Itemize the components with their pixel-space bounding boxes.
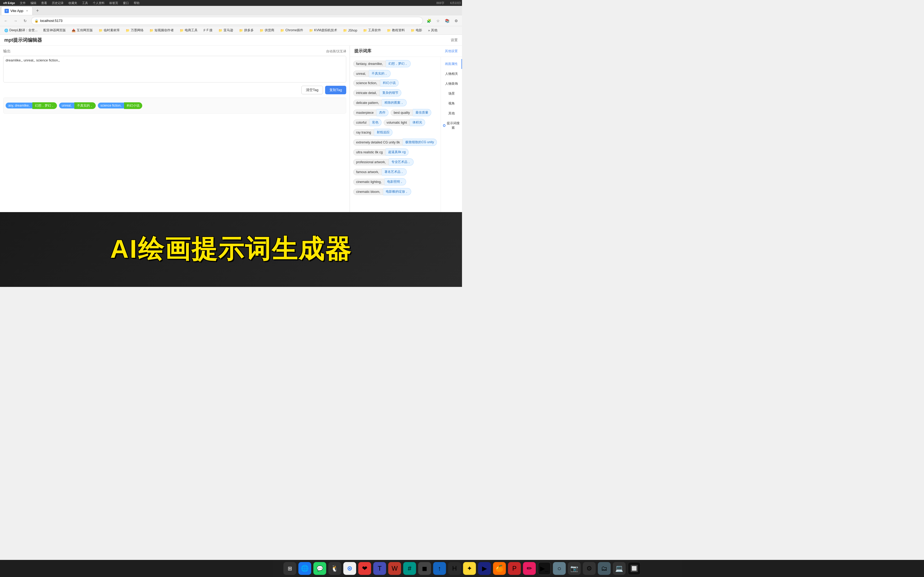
settings-icon[interactable]: ⚙ [452, 17, 460, 24]
category-picture-props[interactable]: 画面属性 [441, 59, 462, 69]
app-settings-button[interactable]: 设置 [451, 38, 458, 42]
bookmark-dubbing[interactable]: 配音神器网页版 [41, 27, 68, 33]
prompt-zh-3: 复杂的细节 [380, 89, 401, 97]
category-search[interactable]: 提示词搜索 [441, 118, 462, 133]
prompt-zh-7: 彩色 [370, 119, 381, 126]
translate-button[interactable]: 自动英/汉互译 [326, 49, 346, 54]
tag-pair-1[interactable]: unreal, 不真实的， [59, 100, 96, 111]
menu-window[interactable]: 窗口 [121, 0, 131, 6]
tag-zh-2: 科幻小说 [124, 102, 142, 109]
new-tab-button[interactable]: + [34, 7, 41, 15]
tag-zh-0: 幻想，梦幻， [32, 102, 57, 109]
prompt-en-0: fantasy, dreamlike, [353, 61, 386, 67]
bookmark-amazon[interactable]: 📁 亚马逊 [216, 27, 235, 33]
tag-pair-0[interactable]: asy, dreamlike, 幻想，梦幻， [6, 100, 57, 111]
prompt-zh-0: 幻想，梦幻， [386, 60, 411, 67]
menu-help[interactable]: 帮助 [132, 0, 142, 6]
back-button[interactable]: ← [2, 17, 10, 24]
menu-favorites[interactable]: 收藏夹 [66, 0, 79, 6]
other-settings-button[interactable]: 其他设置 [445, 49, 458, 53]
prompt-zh-6: 最佳质量 [413, 109, 431, 116]
refresh-button[interactable]: ↻ [21, 17, 29, 24]
category-character[interactable]: 人物相关 [441, 69, 462, 79]
output-textarea[interactable]: dreamlike,, unreal,, science fiction,, [3, 56, 346, 82]
bookmark-ecom[interactable]: 📁 电商工具 [178, 27, 200, 33]
tag-pair-2[interactable]: science fiction, 科幻小说 [98, 100, 142, 111]
prompt-zh-1: 不真实的， [369, 70, 391, 77]
forward-button[interactable]: → [12, 17, 19, 24]
prompt-tag-12[interactable]: professional artwork, 专业艺术品， [353, 158, 414, 166]
menu-tabs[interactable]: 标签页 [107, 0, 120, 6]
time-display: 6月22日 [450, 1, 461, 5]
favorites-icon[interactable]: ☆ [434, 17, 442, 24]
output-header: 输出 自动英/汉互译 [3, 49, 346, 54]
clear-button[interactable]: 清空Tag [301, 86, 323, 94]
output-section: 输出 自动英/汉互译 dreamlike,, unreal,, science … [3, 49, 346, 94]
bookmark-tutorial[interactable]: 📁 教程资料 [385, 27, 407, 33]
prompt-tag-0[interactable]: fantasy, dreamlike, 幻想，梦幻， [353, 60, 411, 67]
menu-view[interactable]: 查看 [39, 0, 49, 6]
prompt-tag-9[interactable]: ray tracing 射线追踪 [353, 129, 393, 136]
prompt-tag-7[interactable]: colorful 彩色 [353, 119, 381, 126]
prompt-zh-12: 专业艺术品， [389, 158, 414, 166]
bookmark-supplier[interactable]: 📁 供货商 [257, 27, 276, 33]
prompt-tag-6[interactable]: best quality 最佳质量 [391, 109, 431, 116]
prompt-tag-3[interactable]: intricate detail, 复杂的细节 [353, 89, 401, 97]
menu-history[interactable]: 历史记录 [50, 0, 66, 6]
prompt-row-11: cinematic lighting, 电影照明， [353, 178, 438, 185]
copy-button[interactable]: 复制Tag [325, 86, 346, 94]
bookmark-tools[interactable]: 📁 工具软件 [361, 27, 383, 33]
prompt-zh-14: 电影照明， [384, 178, 406, 185]
bookmark-jshop[interactable]: 📁 JShop [341, 28, 359, 33]
prompt-en-14: cinematic lighting, [353, 179, 384, 185]
prompt-row-6: ray tracing 射线追踪 [353, 129, 438, 136]
menu-tools[interactable]: 工具 [80, 0, 90, 6]
prompt-tag-8[interactable]: volumatic light 体积光 [384, 119, 425, 126]
category-scene[interactable]: 场景 [441, 89, 462, 98]
category-other[interactable]: 其他 [441, 108, 462, 118]
bookmark-more[interactable]: » 其他 [426, 27, 439, 33]
bookmark-video[interactable]: 📁 短视频创作者 [147, 27, 176, 33]
prompt-zh-2: 科幻小说 [380, 79, 399, 87]
prompt-row-3: delicate pattern, 精致的图案， [353, 99, 438, 106]
prompt-library-title: 提示词库 [354, 48, 372, 54]
category-decoration[interactable]: 人物装饰 [441, 79, 462, 89]
bookmark-transfer[interactable]: 📤 互传网页版 [69, 27, 95, 33]
url-text: localhost:5173 [40, 19, 63, 23]
collections-icon[interactable]: 📚 [443, 17, 451, 24]
bookmark-chrome[interactable]: 📁 Chrome插件 [278, 27, 305, 33]
bookmark-f[interactable]: F F 接 [201, 27, 215, 33]
prompt-row-7: extremely detailed CG unity 8k 极致细致的CG u… [353, 139, 438, 146]
menu-file[interactable]: 文件 [18, 0, 28, 6]
prompt-tag-13[interactable]: famous artwork, 著名艺术品， [353, 168, 407, 176]
url-bar[interactable]: 🔒 localhost:5173 [31, 17, 423, 25]
bookmark-wanmo[interactable]: 📁 万墨网络 [124, 27, 146, 33]
extensions-icon[interactable]: 🧩 [425, 17, 433, 24]
active-tab[interactable]: V Vite App × [1, 6, 32, 15]
bookmark-deepl[interactable]: 🌐 DeepL翻译：全世... [2, 27, 40, 33]
prompt-en-2: science fiction, [353, 80, 380, 86]
prompt-row-10: famous artwork, 著名艺术品， [353, 168, 438, 176]
category-view[interactable]: 视角 [441, 98, 462, 108]
menu-profile[interactable]: 个人资料 [90, 0, 107, 6]
bookmark-movie[interactable]: 📁 电影 [409, 27, 424, 33]
prompt-tag-5[interactable]: masterpiece 杰作 [353, 109, 388, 116]
prompt-tag-15[interactable]: cinematic bloom, 电影般的绽放， [353, 188, 411, 195]
prompt-tag-10[interactable]: extremely detailed CG unity 8k 极致细致的CG u… [353, 139, 437, 146]
prompt-zh-15: 电影般的绽放， [383, 188, 411, 195]
prompt-tag-1[interactable]: unreal, 不真实的， [353, 70, 391, 77]
prompt-tag-11[interactable]: ultra realistic 8k cg 超逼真8k cg [353, 148, 409, 156]
tag-en-0: asy, dreamlike, [6, 103, 32, 108]
tag-zh-1: 不真实的， [74, 102, 96, 109]
tab-label: Vite App [10, 9, 23, 13]
tab-close-button[interactable]: × [25, 9, 29, 13]
prompt-row-9: professional artwork, 专业艺术品， [353, 158, 438, 166]
prompt-zh-8: 体积光 [410, 119, 425, 126]
menu-edit[interactable]: 编辑 [28, 0, 39, 6]
prompt-tag-2[interactable]: science fiction, 科幻小说 [353, 79, 399, 87]
bookmark-temp[interactable]: 📁 临时素材库 [97, 27, 122, 33]
bookmark-kvm[interactable]: 📁 KVM虚拟机技术 [307, 27, 339, 33]
prompt-tag-4[interactable]: delicate pattern, 精致的图案， [353, 99, 407, 106]
prompt-tag-14[interactable]: cinematic lighting, 电影照明， [353, 178, 406, 185]
bookmark-pinduoduo[interactable]: 📁 拼多多 [237, 27, 256, 33]
